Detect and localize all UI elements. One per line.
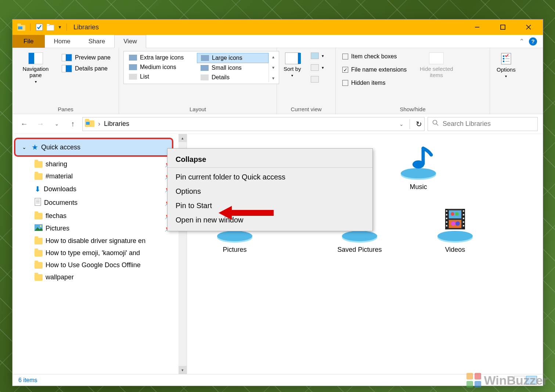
svg-rect-13: [503, 61, 504, 62]
watermark-logo-icon: [466, 373, 481, 388]
new-folder-icon[interactable]: [46, 23, 55, 32]
tree-item[interactable]: #material📌: [12, 170, 187, 182]
quick-access-label: Quick access: [41, 144, 80, 151]
libraries-icon: [85, 119, 94, 129]
tree-item[interactable]: wallpaper: [12, 271, 187, 283]
status-bar: 6 items: [12, 374, 543, 386]
svg-point-45: [437, 231, 473, 241]
svg-rect-18: [85, 119, 89, 121]
expand-icon[interactable]: ⌄: [22, 144, 26, 150]
tab-home[interactable]: Home: [45, 35, 79, 48]
layout-extra-large[interactable]: Extra large icons: [125, 53, 197, 62]
address-dropdown-icon[interactable]: ⌄: [399, 121, 404, 127]
svg-rect-19: [86, 122, 90, 125]
layout-group-label: Layout: [123, 105, 272, 112]
up-button[interactable]: ↑: [66, 117, 79, 131]
watermark: WinBuzzer: [466, 373, 548, 388]
titlebar: ▼ Libraries: [12, 19, 543, 35]
layout-details[interactable]: Details: [197, 73, 269, 82]
preview-pane-button[interactable]: Preview pane: [60, 53, 113, 62]
back-button[interactable]: ←: [18, 117, 31, 131]
layout-scroll[interactable]: ▴▾▾: [269, 53, 277, 82]
folder-icon: [35, 173, 43, 180]
hide-selected-button[interactable]: Hide selected items: [414, 51, 459, 80]
properties-icon[interactable]: [35, 23, 44, 32]
refresh-button[interactable]: ↻: [416, 120, 422, 128]
size-columns-button[interactable]: [309, 75, 326, 83]
sort-by-label: Sort by: [284, 66, 301, 72]
file-name-extensions-toggle[interactable]: ✓File name extensions: [340, 66, 409, 74]
options-button[interactable]: Options ▾: [494, 51, 518, 80]
svg-marker-65: [219, 206, 274, 220]
quick-access-toolbar: ▼: [14, 23, 69, 32]
tree-item[interactable]: ⬇Downloads📌: [12, 182, 187, 196]
svg-rect-60: [463, 210, 464, 212]
navigation-pane-button[interactable]: Navigation pane ▾: [17, 51, 54, 85]
tab-file[interactable]: File: [12, 35, 45, 48]
forward-button[interactable]: →: [34, 117, 47, 131]
item-check-boxes-toggle[interactable]: Item check boxes: [340, 52, 409, 61]
collapse-ribbon-icon[interactable]: ⌃: [519, 37, 525, 46]
help-icon[interactable]: ?: [529, 37, 537, 46]
svg-rect-2: [18, 26, 22, 29]
svg-rect-7: [501, 25, 505, 29]
svg-point-52: [455, 212, 459, 216]
download-icon: ⬇: [35, 185, 41, 193]
hide-selected-label: Hide selected items: [416, 66, 457, 78]
current-view-group-label: Current view: [281, 105, 331, 112]
svg-rect-11: [503, 55, 504, 57]
hidden-items-toggle[interactable]: Hidden items: [340, 79, 409, 87]
item-count: 6 items: [18, 377, 37, 384]
ctx-pin-current[interactable]: Pin current folder to Quick access: [167, 170, 372, 184]
tree-item[interactable]: Documents📌: [12, 196, 187, 210]
tab-view[interactable]: View: [114, 35, 146, 48]
address-input[interactable]: › Libraries ⌄ ↻: [82, 117, 425, 131]
ctx-options[interactable]: Options: [167, 184, 372, 199]
layout-large[interactable]: Large icons: [197, 53, 269, 63]
folder-icon: [35, 250, 43, 257]
tree-item[interactable]: How to type emoji, 'kaomoji' and: [12, 247, 187, 259]
window-controls: [464, 20, 541, 35]
layout-medium[interactable]: Medium icons: [125, 62, 197, 72]
library-music[interactable]: Music: [385, 143, 451, 191]
library-videos[interactable]: Videos: [422, 206, 488, 254]
tree-item[interactable]: How to Use Google Docs Offline: [12, 259, 187, 271]
minimize-button[interactable]: [464, 20, 490, 35]
tree-item[interactable]: Pictures📌: [12, 222, 187, 235]
group-by-button[interactable]: ▾: [309, 52, 326, 60]
tree-item[interactable]: How to disable driver signature en: [12, 235, 187, 247]
tree-item[interactable]: flechas📌: [12, 210, 187, 222]
recent-locations-button[interactable]: ⌄: [50, 117, 63, 131]
svg-point-20: [433, 120, 437, 124]
tree-quick-access[interactable]: ⌄ ★ Quick access: [14, 138, 173, 157]
annotation-arrow: [219, 204, 274, 224]
scroll-up-icon[interactable]: ▴: [179, 134, 187, 142]
add-columns-button[interactable]: ▾: [309, 63, 326, 72]
qat-dropdown-icon[interactable]: ▼: [58, 25, 62, 30]
svg-rect-62: [463, 218, 464, 219]
svg-rect-57: [446, 218, 447, 219]
search-box[interactable]: Search Libraries: [428, 117, 538, 131]
sort-by-button[interactable]: Sort by ▾: [281, 51, 303, 79]
folder-icon: [35, 262, 43, 269]
close-button[interactable]: [516, 20, 541, 35]
breadcrumb-libraries[interactable]: Libraries: [104, 120, 129, 128]
ribbon: Navigation pane ▾ Preview pane Details p…: [12, 48, 543, 114]
panes-group-label: Panes: [17, 105, 114, 112]
tree-item[interactable]: sharing📌: [12, 158, 187, 170]
tab-share[interactable]: Share: [80, 35, 114, 48]
navigation-tree[interactable]: ⌄ ★ Quick access sharing📌 #material📌 ⬇Do…: [12, 134, 187, 374]
search-icon: [432, 120, 439, 128]
breadcrumb-separator[interactable]: ›: [98, 120, 100, 128]
divider: [30, 23, 30, 31]
music-icon: [396, 143, 440, 179]
maximize-button[interactable]: [490, 20, 516, 35]
svg-point-54: [455, 221, 460, 226]
scroll-down-icon[interactable]: ▾: [179, 366, 187, 374]
layout-small[interactable]: Small icons: [197, 63, 269, 73]
layout-gallery[interactable]: Extra large icons Medium icons List Larg…: [123, 51, 279, 84]
ctx-collapse[interactable]: Collapse: [167, 152, 372, 168]
layout-list[interactable]: List: [125, 72, 197, 81]
explorer-icon: [17, 23, 26, 32]
details-pane-button[interactable]: Details pane: [60, 64, 113, 73]
